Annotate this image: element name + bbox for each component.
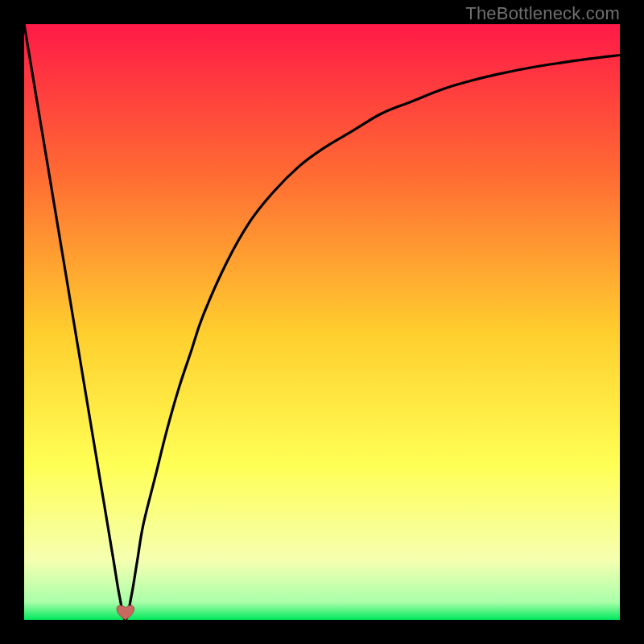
chart-svg	[24, 24, 620, 620]
plot-area	[24, 24, 620, 620]
chart-frame: TheBottleneck.com	[0, 0, 644, 644]
watermark-text: TheBottleneck.com	[465, 3, 620, 24]
gradient-background	[24, 24, 620, 620]
